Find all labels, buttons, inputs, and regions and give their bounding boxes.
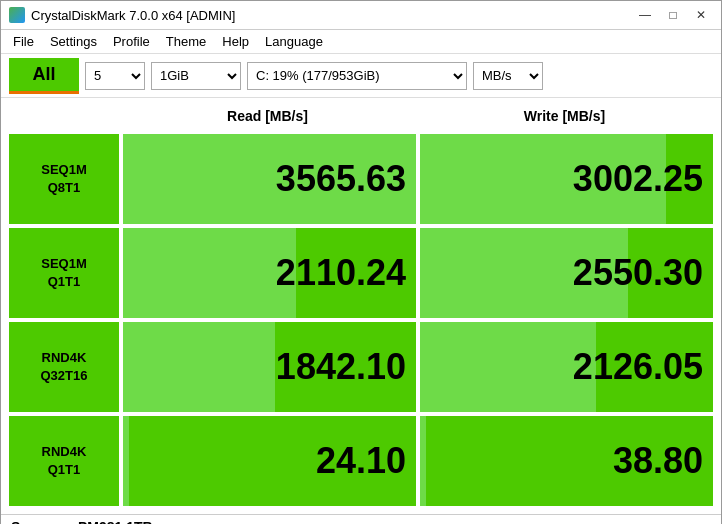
rnd4k-q32t16-read-cell: 1842.10: [123, 322, 416, 412]
maximize-button[interactable]: □: [661, 5, 685, 25]
rnd4k-q1t1-write-cell: 38.80: [420, 416, 713, 506]
loops-select[interactable]: 5: [85, 62, 145, 90]
rnd4k-q1t1-read-value: 24.10: [316, 440, 406, 482]
table-row: RND4KQ1T1 24.10 38.80: [9, 416, 713, 506]
seq1m-q1t1-write-cell: 2550.30: [420, 228, 713, 318]
rnd4k-q1t1-read-cell: 24.10: [123, 416, 416, 506]
minimize-button[interactable]: —: [633, 5, 657, 25]
write-column-header: Write [MB/s]: [416, 108, 713, 124]
row-label-rnd4k-q32t16: RND4KQ32T16: [9, 322, 119, 412]
rnd4k-q32t16-read-value: 1842.10: [276, 346, 406, 388]
menu-file[interactable]: File: [5, 32, 42, 51]
drive-model: Samsung PM981 1TB: [11, 519, 153, 524]
write-bar: [420, 416, 426, 506]
seq1m-q1t1-read-value: 2110.24: [276, 252, 406, 294]
all-button[interactable]: All: [9, 58, 79, 94]
row-label-seq1m-q8t1: SEQ1MQ8T1: [9, 134, 119, 224]
read-column-header: Read [MB/s]: [119, 108, 416, 124]
rnd4k-q1t1-write-value: 38.80: [613, 440, 703, 482]
write-bar: [420, 322, 596, 412]
read-bar: [123, 416, 129, 506]
drive-select[interactable]: C: 19% (177/953GiB): [247, 62, 467, 90]
app-icon: [9, 7, 25, 23]
title-bar: CrystalDiskMark 7.0.0 x64 [ADMIN] — □ ✕: [1, 1, 721, 30]
row-label-rnd4k-q1t1: RND4KQ1T1: [9, 416, 119, 506]
read-bar: [123, 228, 296, 318]
menu-profile[interactable]: Profile: [105, 32, 158, 51]
menu-language[interactable]: Language: [257, 32, 331, 51]
window-controls: — □ ✕: [633, 5, 713, 25]
seq1m-q1t1-write-value: 2550.30: [573, 252, 703, 294]
main-window: CrystalDiskMark 7.0.0 x64 [ADMIN] — □ ✕ …: [0, 0, 722, 524]
seq1m-q8t1-read-value: 3565.63: [276, 158, 406, 200]
window-title: CrystalDiskMark 7.0.0 x64 [ADMIN]: [31, 8, 633, 23]
menu-settings[interactable]: Settings: [42, 32, 105, 51]
close-button[interactable]: ✕: [689, 5, 713, 25]
table-row: RND4KQ32T16 1842.10 2126.05: [9, 322, 713, 412]
menu-help[interactable]: Help: [214, 32, 257, 51]
read-bar: [123, 322, 275, 412]
size-select[interactable]: 1GiB: [151, 62, 241, 90]
unit-select[interactable]: MB/s: [473, 62, 543, 90]
seq1m-q8t1-write-value: 3002.25: [573, 158, 703, 200]
status-bar: Samsung PM981 1TB: [1, 514, 721, 524]
seq1m-q8t1-write-cell: 3002.25: [420, 134, 713, 224]
toolbar: All 5 1GiB C: 19% (177/953GiB) MB/s: [1, 54, 721, 98]
benchmark-table: Read [MB/s] Write [MB/s] SEQ1MQ8T1 3565.…: [1, 98, 721, 514]
rnd4k-q32t16-write-value: 2126.05: [573, 346, 703, 388]
table-row: SEQ1MQ8T1 3565.63 3002.25: [9, 134, 713, 224]
rnd4k-q32t16-write-cell: 2126.05: [420, 322, 713, 412]
table-header: Read [MB/s] Write [MB/s]: [9, 98, 713, 134]
table-row: SEQ1MQ1T1 2110.24 2550.30: [9, 228, 713, 318]
menu-theme[interactable]: Theme: [158, 32, 214, 51]
seq1m-q1t1-read-cell: 2110.24: [123, 228, 416, 318]
row-label-seq1m-q1t1: SEQ1MQ1T1: [9, 228, 119, 318]
seq1m-q8t1-read-cell: 3565.63: [123, 134, 416, 224]
menu-bar: File Settings Profile Theme Help Languag…: [1, 30, 721, 54]
